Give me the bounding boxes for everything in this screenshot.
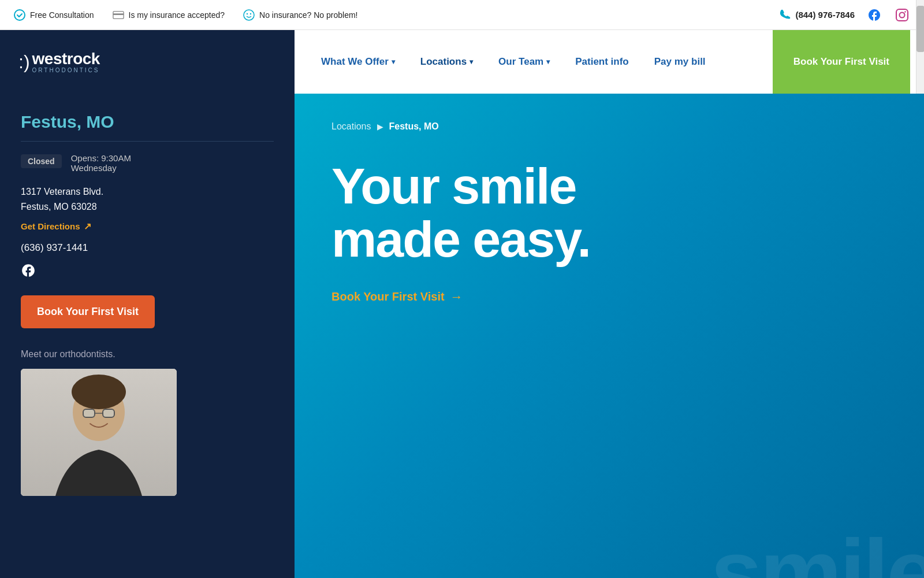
- nav-our-team[interactable]: Our Team ▾: [486, 30, 562, 94]
- opens-label: Opens: 9:30AM: [71, 153, 131, 163]
- svg-point-7: [900, 12, 905, 17]
- meet-label: Meet our orthodontists.: [21, 349, 274, 360]
- insurance-check-item[interactable]: Is my insurance accepted?: [113, 9, 225, 21]
- svg-point-3: [244, 10, 254, 20]
- nav-pay-my-bill-label: Pay my bill: [654, 56, 706, 68]
- sidebar: Festus, MO Closed Opens: 9:30AM Wednesda…: [0, 94, 295, 578]
- nav-our-team-chevron: ▾: [546, 58, 550, 66]
- insurance-label: Is my insurance accepted?: [129, 10, 225, 20]
- address-block: 1317 Veterans Blvd. Festus, MO 63028: [21, 184, 274, 214]
- svg-rect-14: [103, 409, 114, 417]
- nav-what-we-offer-label: What We Offer: [321, 56, 389, 68]
- doctor-photo: [21, 369, 177, 496]
- sidebar-phone[interactable]: (636) 937-1441: [21, 242, 274, 254]
- nav-area: What We Offer ▾ Locations ▾ Our Team ▾ P…: [295, 30, 924, 94]
- hero-cta-arrow-icon: →: [450, 290, 463, 305]
- logo[interactable]: :) westrock ORTHODONTICS: [18, 51, 100, 73]
- nav-locations-chevron: ▾: [470, 58, 473, 66]
- address-line1: 1317 Veterans Blvd.: [21, 184, 274, 199]
- card-icon: [113, 9, 124, 21]
- sidebar-facebook-icon[interactable]: [21, 263, 274, 281]
- nav-our-team-label: Our Team: [498, 56, 543, 68]
- sidebar-book-button[interactable]: Book Your First Visit: [21, 295, 155, 328]
- nav-what-we-offer-chevron: ▾: [392, 58, 395, 66]
- hero-cta-label: Book Your First Visit: [331, 290, 445, 303]
- free-consultation-label: Free Consultation: [30, 10, 94, 20]
- phone-number: (844) 976-7846: [795, 10, 855, 20]
- opens-day: Wednesday: [71, 163, 131, 173]
- hero-bg-text: smile: [711, 526, 924, 578]
- nav-pay-my-bill[interactable]: Pay my bill: [642, 30, 718, 94]
- smiley-icon: [243, 9, 255, 21]
- svg-point-0: [14, 10, 25, 20]
- nav-cta-button[interactable]: Book Your First Visit: [773, 30, 910, 94]
- svg-point-4: [247, 13, 248, 14]
- nav-cta-label: Book Your First Visit: [793, 56, 889, 68]
- nav-locations-label: Locations: [420, 56, 467, 68]
- logo-area: :) westrock ORTHODONTICS: [0, 30, 295, 94]
- svg-point-12: [72, 375, 126, 409]
- check-circle-icon: [14, 9, 25, 21]
- location-title: Festus, MO: [21, 112, 274, 132]
- logo-name: westrock: [32, 51, 100, 67]
- doctor-silhouette: [21, 369, 177, 496]
- top-bar-right: (844) 976-7846: [779, 7, 910, 23]
- hero-headline-line2: made easy.: [331, 213, 887, 266]
- svg-rect-2: [113, 13, 123, 15]
- free-consultation-item[interactable]: Free Consultation: [14, 9, 94, 21]
- nav-locations[interactable]: Locations ▾: [408, 30, 486, 94]
- logo-smiley: :): [18, 51, 30, 73]
- nav-what-we-offer[interactable]: What We Offer ▾: [308, 30, 408, 94]
- breadcrumb: Locations ▶ Festus, MO: [331, 121, 887, 132]
- top-bar-left: Free Consultation Is my insurance accept…: [14, 9, 779, 21]
- scrollbar-thumb[interactable]: [916, 6, 924, 52]
- svg-point-8: [904, 11, 906, 12]
- hero-headline-line1: Your smile: [331, 160, 887, 213]
- svg-point-5: [250, 13, 251, 14]
- breadcrumb-current: Festus, MO: [389, 121, 439, 132]
- directions-link[interactable]: Get Directions ↗: [21, 221, 274, 232]
- header-row: :) westrock ORTHODONTICS What We Offer ▾…: [0, 30, 924, 94]
- divider: [21, 141, 274, 142]
- top-bar: Free Consultation Is my insurance accept…: [0, 0, 924, 30]
- no-insurance-item[interactable]: No insurance? No problem!: [243, 9, 357, 21]
- phone-item[interactable]: (844) 976-7846: [779, 8, 855, 21]
- hero-section: smile Locations ▶ Festus, MO Your smile …: [295, 94, 924, 578]
- breadcrumb-arrow-icon: ▶: [377, 122, 383, 131]
- address-line2: Festus, MO 63028: [21, 199, 274, 214]
- sidebar-content: Festus, MO Closed Opens: 9:30AM Wednesda…: [0, 94, 295, 578]
- svg-rect-6: [896, 9, 908, 21]
- logo-subtitle: ORTHODONTICS: [32, 67, 100, 73]
- main-wrapper: Festus, MO Closed Opens: 9:30AM Wednesda…: [0, 94, 924, 578]
- nav-patient-info-label: Patient info: [575, 56, 629, 68]
- hero-cta-link[interactable]: Book Your First Visit →: [331, 290, 887, 305]
- svg-rect-13: [83, 409, 95, 417]
- nav-patient-info[interactable]: Patient info: [562, 30, 642, 94]
- directions-arrow-icon: ↗: [84, 221, 91, 232]
- instagram-topbar-icon[interactable]: [894, 7, 910, 23]
- hero-headline: Your smile made easy.: [331, 160, 887, 266]
- status-badge: Closed: [21, 154, 62, 168]
- facebook-topbar-icon[interactable]: [866, 7, 882, 23]
- directions-label: Get Directions: [21, 221, 80, 231]
- status-row: Closed Opens: 9:30AM Wednesday: [21, 153, 274, 173]
- phone-icon: [779, 8, 791, 21]
- right-content: smile Locations ▶ Festus, MO Your smile …: [295, 94, 924, 578]
- breadcrumb-locations[interactable]: Locations: [331, 121, 371, 132]
- no-insurance-label: No insurance? No problem!: [259, 10, 357, 20]
